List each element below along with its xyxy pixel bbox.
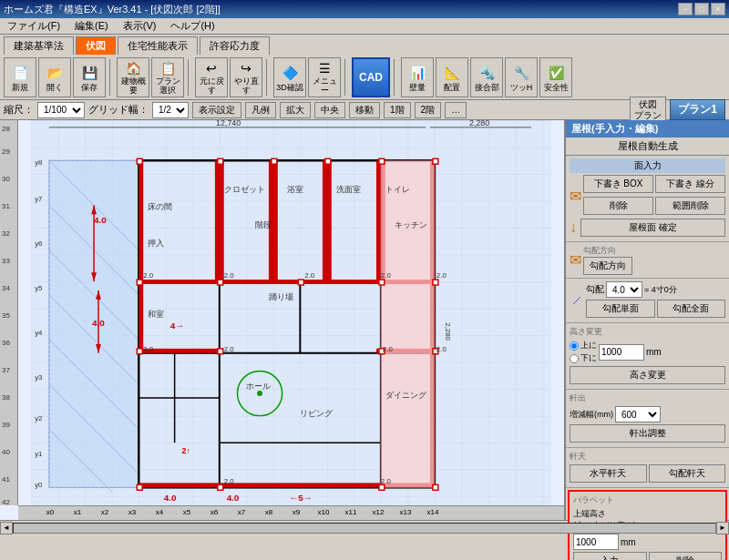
- plan-icon: 📋: [157, 59, 179, 77]
- tuh-button[interactable]: 🔧 ツッH: [505, 57, 538, 97]
- save-button[interactable]: 💾 保存: [73, 57, 106, 97]
- height-change-button[interactable]: 高さ変更: [570, 366, 725, 384]
- display-settings-button[interactable]: 表示設定: [192, 102, 241, 118]
- ceiling-section: 軒天 水平軒天 勾配軒天: [566, 448, 729, 488]
- eaves-width-label: 増減幅(mm): [570, 409, 613, 421]
- parapet-input-button[interactable]: 入力: [573, 552, 647, 560]
- dim-small-1: 2.0: [143, 271, 154, 280]
- sep1: [109, 59, 113, 96]
- zoom-in-button[interactable]: 拡大: [280, 102, 311, 118]
- svg-rect-53: [433, 484, 438, 490]
- slope-btn-row: 勾配単面 勾配全面: [586, 300, 725, 318]
- height-up-radio[interactable]: [570, 341, 579, 351]
- room-landing: 踊り場: [269, 292, 293, 301]
- menu-file[interactable]: ファイル(F): [4, 18, 64, 34]
- ruler-num-42: 42: [2, 498, 10, 506]
- height-change-label: 高さ変更: [570, 326, 725, 338]
- height-down-radio[interactable]: [570, 354, 579, 363]
- slope-dir-button[interactable]: 勾配方向: [583, 257, 632, 275]
- close-button[interactable]: ×: [711, 3, 725, 15]
- eaves-label: 軒出: [570, 392, 725, 404]
- safety-label: 安全性: [544, 84, 569, 93]
- grid-select[interactable]: 1/2 1/4 1: [152, 102, 189, 118]
- eaves-width-select[interactable]: 600 450 750: [615, 406, 661, 423]
- plan-select-button[interactable]: 📋 プラン選択: [151, 57, 184, 97]
- flat-ceiling-button[interactable]: 水平軒天: [570, 464, 647, 483]
- menu-button[interactable]: ☰ メニュー: [308, 57, 341, 97]
- center-button[interactable]: 中央: [314, 102, 345, 118]
- dim-2: 2↑: [181, 446, 190, 455]
- joint-button[interactable]: 🔩 接合部: [470, 57, 503, 97]
- tab-allowable-stress[interactable]: 許容応力度: [200, 36, 270, 55]
- ruler-num-35: 35: [2, 311, 10, 320]
- building-overview-button[interactable]: 🏠 建物概要: [117, 57, 149, 97]
- menu-view[interactable]: 表示(V): [119, 18, 160, 34]
- slope-all-button[interactable]: 勾配全面: [657, 300, 726, 318]
- slope-single-button[interactable]: 勾配単面: [586, 300, 655, 318]
- ruler-num-31: 31: [2, 202, 10, 210]
- new-button[interactable]: 📄 新規: [4, 57, 36, 97]
- more-button[interactable]: …: [445, 102, 467, 118]
- wall-icon: 📊: [406, 62, 428, 84]
- new-icon: 📄: [9, 62, 31, 84]
- cad-button[interactable]: CAD: [352, 57, 390, 97]
- placement-icon: 📐: [441, 62, 463, 84]
- slope-ceiling-button[interactable]: 勾配軒天: [649, 464, 726, 483]
- floor1-button[interactable]: 1階: [384, 102, 411, 118]
- scroll-right-button[interactable]: ►: [716, 522, 729, 535]
- dim-small-4: 2.0: [381, 271, 392, 280]
- svg-text:12,740: 12,740: [216, 120, 241, 127]
- legend-button[interactable]: 凡例: [245, 102, 276, 118]
- fuse-plan-tab[interactable]: 伏図プラン: [630, 97, 666, 124]
- ruler-x14: x14: [419, 508, 447, 516]
- open-button[interactable]: 📂 開く: [38, 57, 71, 97]
- height-value-input[interactable]: [599, 344, 644, 361]
- slope-value-select[interactable]: 4.0 3.0 5.0: [606, 281, 642, 298]
- dim-small-10: 2.0: [224, 477, 235, 485]
- room-hall: ホール: [246, 382, 271, 391]
- cad-canvas-area[interactable]: 28 29 30 31 32 33 34 35 36 37 38 39 40 4…: [0, 120, 565, 520]
- h-scrollbar[interactable]: ◄ ►: [0, 520, 729, 535]
- svg-rect-52: [137, 484, 142, 490]
- sep2: [188, 59, 191, 96]
- joint-label: 接合部: [475, 84, 499, 93]
- confirm-roof-button[interactable]: 屋根面 確定: [580, 219, 725, 237]
- redo-button[interactable]: ↪ やり直す: [230, 57, 262, 97]
- ruler-x4: x4: [146, 508, 173, 516]
- draft-line-button[interactable]: 下書き 線分: [655, 175, 725, 193]
- parapet-delete-button[interactable]: 削除: [649, 552, 723, 560]
- cad-label: CAD: [359, 71, 383, 84]
- minimize-button[interactable]: −: [678, 3, 693, 15]
- scale-select[interactable]: 1/100 1/50 1/200: [37, 102, 85, 118]
- wall-amount-button[interactable]: 📊 壁量: [401, 57, 434, 97]
- ruler-x0: x0: [36, 508, 64, 516]
- scroll-left-button[interactable]: ◄: [0, 522, 13, 535]
- maximize-button[interactable]: □: [694, 3, 709, 15]
- ruler-x3: x3: [118, 508, 146, 516]
- delete-button-face[interactable]: 削除: [583, 197, 653, 215]
- scroll-track[interactable]: [13, 523, 716, 534]
- safety-button[interactable]: ✅ 安全性: [539, 57, 572, 97]
- eaves-adjust-button[interactable]: 軒出調整: [570, 424, 725, 443]
- menu-edit[interactable]: 編集(E): [71, 18, 112, 34]
- tab-building-code[interactable]: 建築基準法: [4, 36, 74, 55]
- room-washitsu: 和室: [148, 310, 164, 319]
- tab-floor-plan[interactable]: 伏図: [76, 36, 116, 55]
- floor2-button[interactable]: 2階: [415, 102, 442, 118]
- menu-help[interactable]: ヘルプ(H): [167, 18, 218, 34]
- plan1-button[interactable]: プラン1: [670, 99, 725, 120]
- move-button[interactable]: 移動: [349, 102, 380, 118]
- placement-button[interactable]: 📐 配置: [436, 57, 468, 97]
- 3d-check-button[interactable]: 🔷 3D確認: [273, 57, 306, 97]
- save-label: 保存: [81, 84, 98, 93]
- draft-box-button[interactable]: 下書き BOX: [583, 175, 653, 193]
- svg-rect-31: [139, 160, 143, 281]
- dim-small-2: 2.0: [224, 271, 235, 280]
- slope-unit: = 4寸0分: [644, 284, 677, 296]
- undo-button[interactable]: ↩ 元に戻す: [195, 57, 228, 97]
- tab-housing-performance[interactable]: 住宅性能表示: [118, 36, 198, 55]
- arrow-down-icon: ↓: [570, 219, 577, 236]
- range-delete-button[interactable]: 範囲削除: [655, 197, 725, 215]
- redo-icon: ↪: [235, 59, 257, 77]
- parapet-height-input[interactable]: [573, 534, 619, 550]
